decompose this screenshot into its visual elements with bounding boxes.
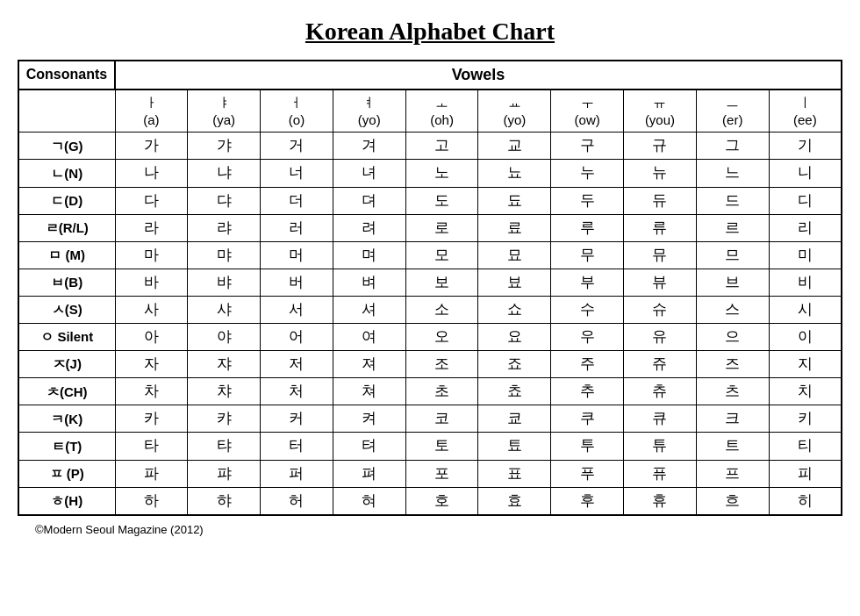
cell-11-4: 토	[405, 433, 478, 460]
consonant-label-6: ㅅ(S)	[18, 296, 115, 323]
vowel-header-4: ㅗ(oh)	[405, 90, 478, 133]
table-row: ㄱ(G)가갸거겨고교구규그기	[18, 133, 842, 160]
cell-0-5: 교	[478, 133, 551, 160]
vowel-header-0: ㅏ(a)	[115, 90, 188, 133]
cell-9-1: 챠	[188, 378, 261, 405]
cell-4-2: 머	[261, 241, 333, 269]
cell-5-1: 뱌	[188, 269, 261, 296]
cell-10-6: 쿠	[551, 405, 624, 433]
consonant-label-10: ㅋ(K)	[18, 405, 115, 433]
cell-3-3: 려	[333, 214, 405, 241]
table-row: ㅌ(T)타탸터텨토툐투튜트티	[18, 433, 842, 460]
table-row: ㄴ(N)나냐너녀노뇨누뉴느니	[18, 160, 842, 187]
cell-1-6: 누	[551, 160, 624, 187]
consonant-label-9: ㅊ(CH)	[18, 378, 115, 405]
table-row: ㅍ (P)파퍄퍼펴포표푸퓨프피	[18, 460, 842, 487]
cell-8-6: 주	[551, 351, 624, 378]
consonant-label-1: ㄴ(N)	[18, 160, 115, 187]
cell-3-4: 로	[405, 214, 478, 241]
cell-3-9: 리	[769, 214, 842, 241]
cell-5-9: 비	[769, 269, 842, 296]
cell-1-3: 녀	[333, 160, 405, 187]
cell-5-4: 보	[405, 269, 478, 296]
cell-0-8: 그	[696, 133, 769, 160]
cell-11-0: 타	[115, 433, 188, 460]
vowels-header: Vowels	[115, 61, 842, 90]
cell-11-2: 터	[261, 433, 333, 460]
cell-0-1: 갸	[188, 133, 261, 160]
cell-5-6: 부	[551, 269, 624, 296]
cell-6-3: 셔	[333, 296, 405, 323]
cell-8-9: 지	[769, 351, 842, 378]
cell-1-9: 니	[769, 160, 842, 187]
cell-9-4: 초	[405, 378, 478, 405]
cell-6-5: 쇼	[478, 296, 551, 323]
cell-3-5: 료	[478, 214, 551, 241]
cell-13-2: 허	[261, 487, 333, 515]
consonants-header: Consonants	[18, 61, 115, 90]
cell-6-0: 사	[115, 296, 188, 323]
cell-5-3: 벼	[333, 269, 405, 296]
cell-8-3: 져	[333, 351, 405, 378]
cell-12-7: 퓨	[624, 460, 697, 487]
cell-10-9: 키	[769, 405, 842, 433]
cell-11-5: 툐	[478, 433, 551, 460]
copyright-text: ©Modern Seoul Magazine (2012)	[35, 523, 204, 536]
cell-0-0: 가	[115, 133, 188, 160]
cell-0-4: 고	[405, 133, 478, 160]
cell-9-2: 처	[261, 378, 333, 405]
cell-10-1: 캬	[188, 405, 261, 433]
cell-3-6: 루	[551, 214, 624, 241]
cell-6-6: 수	[551, 296, 624, 323]
vowel-header-6: ㅜ(ow)	[551, 90, 624, 133]
cell-10-3: 켜	[333, 405, 405, 433]
table-body: ㄱ(G)가갸거겨고교구규그기ㄴ(N)나냐너녀노뇨누뉴느니ㄷ(D)다댜더뎌도됴두듀…	[18, 133, 842, 515]
cell-13-1: 햐	[188, 487, 261, 515]
cell-1-1: 냐	[188, 160, 261, 187]
cell-0-3: 겨	[333, 133, 405, 160]
cell-13-0: 하	[115, 487, 188, 515]
cell-1-8: 느	[696, 160, 769, 187]
cell-6-7: 슈	[624, 296, 697, 323]
cell-8-0: 자	[115, 351, 188, 378]
vowel-header-7: ㅠ(you)	[624, 90, 697, 133]
cell-8-7: 쥬	[624, 351, 697, 378]
cell-2-9: 디	[769, 187, 842, 214]
table-row: ㅁ (M)마먀머며모묘무뮤므미	[18, 241, 842, 269]
cell-7-0: 아	[115, 324, 188, 351]
consonant-label-5: ㅂ(B)	[18, 269, 115, 296]
cell-3-2: 러	[261, 214, 333, 241]
vowel-header-2: ㅓ(o)	[261, 90, 333, 133]
cell-9-5: 쵸	[478, 378, 551, 405]
cell-7-8: 으	[696, 324, 769, 351]
cell-7-3: 여	[333, 324, 405, 351]
cell-7-6: 우	[551, 324, 624, 351]
cell-0-7: 규	[624, 133, 697, 160]
table-row: ㅂ(B)바뱌버벼보뵤부뷰브비	[18, 269, 842, 296]
table-row: ㅈ(J)자쟈저져조죠주쥬즈지	[18, 351, 842, 378]
table-row: ㄷ(D)다댜더뎌도됴두듀드디	[18, 187, 842, 214]
cell-6-9: 시	[769, 296, 842, 323]
cell-12-8: 프	[696, 460, 769, 487]
consonant-label-11: ㅌ(T)	[18, 433, 115, 460]
cell-9-0: 차	[115, 378, 188, 405]
cell-10-5: 쿄	[478, 405, 551, 433]
cell-13-4: 호	[405, 487, 478, 515]
cell-11-7: 튜	[624, 433, 697, 460]
cell-2-7: 듀	[624, 187, 697, 214]
vowel-header-3: ㅕ(yo)	[333, 90, 405, 133]
table-row: ㅎ(H)하햐허혀호효후휴흐히	[18, 487, 842, 515]
cell-1-2: 너	[261, 160, 333, 187]
consonant-label-2: ㄷ(D)	[18, 187, 115, 214]
cell-1-4: 노	[405, 160, 478, 187]
cell-1-5: 뇨	[478, 160, 551, 187]
cell-7-7: 유	[624, 324, 697, 351]
cell-0-2: 거	[261, 133, 333, 160]
consonant-label-4: ㅁ (M)	[18, 241, 115, 269]
cell-10-8: 크	[696, 405, 769, 433]
cell-2-2: 더	[261, 187, 333, 214]
cell-13-5: 효	[478, 487, 551, 515]
consonant-label-13: ㅎ(H)	[18, 487, 115, 515]
consonant-label-7: ㅇ Silent	[18, 324, 115, 351]
cell-12-9: 피	[769, 460, 842, 487]
